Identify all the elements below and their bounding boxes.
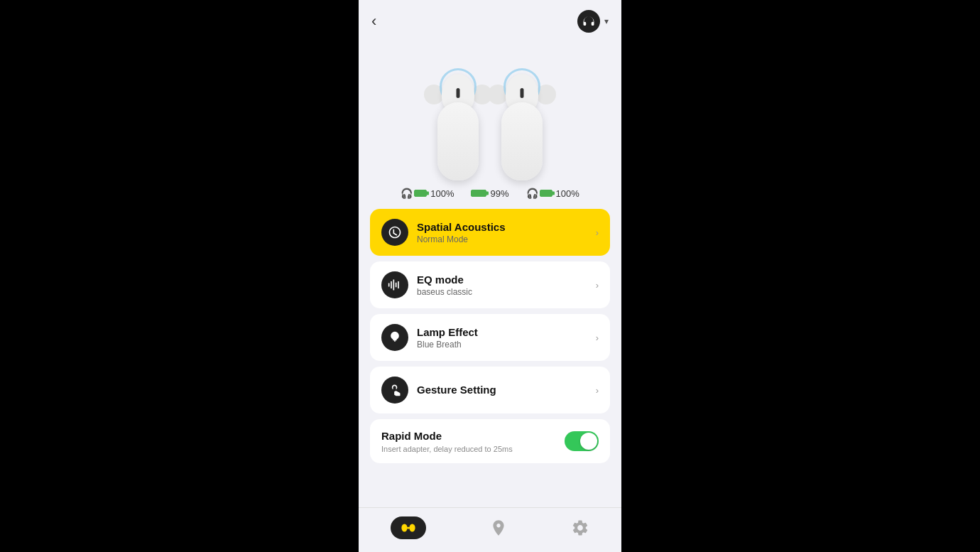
battery-row: 🎧 100% 99% 🎧 100% [359, 180, 621, 209]
spatial-acoustics-text: Spatial Acoustics Normal Mode [417, 220, 590, 245]
earbud-left-icon: 🎧 [401, 188, 413, 199]
eq-mode-title: EQ mode [417, 273, 590, 287]
nav-settings-icon [571, 519, 589, 537]
earbud-stem-right [501, 102, 543, 180]
battery-case-icon [471, 190, 486, 197]
rapid-mode-item: Rapid Mode Insert adapter, delay reduced… [370, 419, 610, 463]
eq-mode-text: EQ mode baseus classic [417, 273, 590, 298]
eq-mode-icon [388, 278, 402, 292]
sensor-right [521, 88, 524, 98]
lamp-effect-item[interactable]: Lamp Effect Blue Breath › [370, 314, 610, 361]
nav-location[interactable] [489, 519, 508, 537]
battery-left: 🎧 100% [401, 188, 454, 199]
battery-right: 🎧 100% [526, 188, 579, 199]
nav-earbuds[interactable] [391, 516, 426, 539]
svg-point-1 [409, 524, 415, 532]
settings-list: Spatial Acoustics Normal Mode › EQ mode … [359, 209, 621, 507]
earbud-stem-left [437, 102, 479, 180]
header-right: ▾ [577, 10, 609, 33]
battery-left-icon: 🎧 [401, 188, 427, 199]
rapid-mode-title: Rapid Mode [381, 429, 513, 443]
eq-mode-icon-bg [381, 271, 408, 298]
battery-left-percent: 100% [430, 188, 454, 199]
battery-bar-left [414, 190, 427, 197]
lamp-effect-title: Lamp Effect [417, 325, 590, 340]
lamp-effect-icon [388, 330, 402, 345]
nav-location-icon [489, 519, 508, 537]
gesture-setting-item[interactable]: Gesture Setting › [370, 367, 610, 413]
lamp-effect-icon-bg [381, 324, 408, 351]
right-earbud [494, 74, 550, 180]
lamp-effect-subtitle: Blue Breath [417, 340, 590, 350]
battery-right-icon: 🎧 [526, 188, 552, 199]
right-earbud-body [494, 74, 550, 180]
lamp-effect-chevron: › [596, 332, 599, 343]
lamp-effect-text: Lamp Effect Blue Breath [417, 325, 590, 350]
spatial-acoustics-item[interactable]: Spatial Acoustics Normal Mode › [370, 209, 610, 256]
svg-point-0 [401, 524, 407, 532]
spatial-acoustics-chevron: › [596, 227, 599, 238]
battery-right-percent: 100% [556, 188, 579, 199]
gesture-setting-title: Gesture Setting [417, 383, 590, 397]
eq-mode-item[interactable]: EQ mode baseus classic › [370, 261, 610, 308]
rapid-mode-subtitle: Insert adapter, delay reduced to 25ms [381, 445, 513, 453]
earbud-right-icon: 🎧 [526, 188, 538, 199]
rapid-mode-text: Rapid Mode Insert adapter, delay reduced… [381, 429, 513, 453]
phone-panel: ‹ ▾ [359, 0, 621, 552]
left-earbud [430, 74, 486, 180]
battery-bar-right [540, 190, 552, 197]
bottom-nav [359, 507, 621, 552]
spatial-acoustics-icon-bg [381, 219, 408, 246]
battery-bar-case [471, 190, 486, 197]
battery-case-percent: 99% [490, 188, 508, 199]
header: ‹ ▾ [359, 0, 621, 38]
spatial-acoustics-icon [388, 225, 402, 239]
headphone-icon [582, 15, 595, 28]
nav-settings[interactable] [571, 519, 589, 537]
eq-mode-subtitle: baseus classic [417, 287, 590, 297]
left-earbud-body [430, 74, 486, 180]
device-badge [577, 10, 600, 33]
spatial-acoustics-subtitle: Normal Mode [417, 234, 590, 244]
spatial-acoustics-title: Spatial Acoustics [417, 220, 590, 234]
gesture-setting-chevron: › [596, 385, 599, 396]
nav-earbuds-icon [401, 522, 416, 534]
sensor-left [457, 88, 460, 98]
gesture-setting-text: Gesture Setting [417, 383, 590, 398]
earbuds-illustration [359, 38, 621, 180]
rapid-mode-toggle[interactable] [565, 431, 599, 451]
battery-case: 99% [471, 188, 508, 199]
svg-rect-2 [407, 527, 410, 529]
dropdown-arrow[interactable]: ▾ [604, 16, 609, 26]
gesture-setting-icon-bg [381, 377, 408, 404]
eq-mode-chevron: › [596, 280, 599, 291]
nav-earbuds-button[interactable] [391, 516, 426, 539]
back-button[interactable]: ‹ [371, 13, 376, 29]
gesture-setting-icon [388, 383, 402, 397]
